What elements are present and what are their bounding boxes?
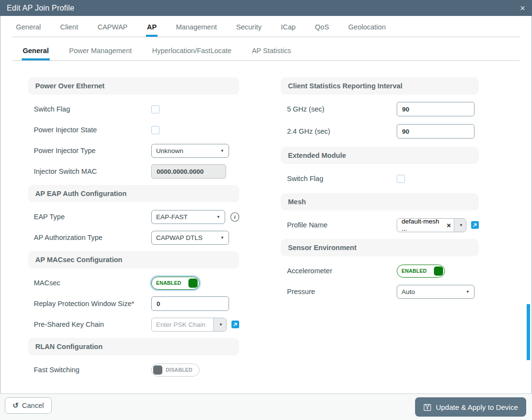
macsec-toggle-state: ENABLED (156, 280, 188, 286)
row-ext-switch-flag: Switch Flag (281, 171, 479, 186)
psk-chain-dropdown-button[interactable]: ▼ (213, 318, 226, 331)
power-injector-type-select[interactable]: Unknown ▼ (151, 144, 229, 158)
save-icon (423, 403, 431, 411)
clear-icon[interactable]: × (446, 219, 454, 232)
5ghz-interval-input[interactable] (397, 102, 474, 116)
psk-chain-placeholder: Enter PSK Chain (152, 318, 213, 331)
replay-protection-input[interactable] (151, 296, 229, 311)
power-injector-state-checkbox[interactable] (151, 126, 159, 134)
update-apply-button-label: Update & Apply to Device (436, 403, 518, 411)
sub-tabs-bar: General Power Management Hyperlocation/F… (13, 37, 519, 61)
section-power-over-ethernet: Power Over Ethernet (28, 77, 239, 95)
psk-chain-combobox[interactable]: Enter PSK Chain ▼ (151, 318, 227, 332)
row-fast-switching: Fast Switching DISABLED (28, 363, 239, 377)
section-mesh: Mesh (281, 193, 479, 210)
replay-protection-label: Replay Protection Window Size* (34, 300, 151, 308)
psk-chain-label: Pre-Shared Key Chain (34, 321, 151, 328)
toggle-knob (434, 266, 443, 276)
toggle-knob (153, 365, 162, 375)
form-content: Power Over Ethernet Switch Flag Power In… (0, 61, 532, 383)
tab-capwap[interactable]: CAPWAP (97, 22, 129, 37)
update-apply-button[interactable]: Update & Apply to Device (415, 397, 526, 417)
psk-external-link-icon[interactable] (231, 321, 239, 328)
row-power-injector-state: Power Injector State (28, 123, 239, 137)
chevron-down-icon: ▼ (216, 215, 220, 219)
row-24ghz-interval: 2.4 GHz (sec) (281, 124, 479, 139)
row-5ghz-interval: 5 GHz (sec) (281, 102, 479, 116)
mesh-profile-value: default-mesh ... (397, 219, 446, 232)
left-column: Power Over Ethernet Switch Flag Power In… (28, 77, 239, 383)
subtab-general[interactable]: General (22, 46, 50, 60)
row-mesh-profile-name: Profile Name default-mesh ... × ▼ (281, 218, 479, 232)
fast-switching-toggle[interactable]: DISABLED (151, 364, 200, 377)
info-icon[interactable]: i (230, 212, 239, 222)
switch-flag-checkbox[interactable] (151, 105, 159, 113)
row-eap-type: EAP Type EAP-FAST ▼ i (28, 210, 239, 224)
tab-icap[interactable]: ICap (280, 22, 297, 37)
edit-ap-join-profile-dialog: Edit AP Join Profile × General Client CA… (0, 0, 532, 420)
tab-ap[interactable]: AP (146, 22, 158, 37)
pressure-select[interactable]: Auto ▼ (397, 285, 474, 299)
row-pre-shared-key-chain: Pre-Shared Key Chain Enter PSK Chain ▼ (28, 317, 239, 332)
chevron-down-icon: ▼ (459, 223, 463, 227)
chevron-down-icon: ▼ (220, 236, 224, 240)
row-switch-flag: Switch Flag (28, 102, 239, 116)
dialog-title: Edit AP Join Profile (7, 4, 520, 13)
tab-security[interactable]: Security (235, 22, 262, 37)
fast-switching-toggle-state: DISABLED (166, 367, 195, 373)
macsec-toggle[interactable]: ENABLED (151, 277, 200, 290)
24ghz-interval-input[interactable] (397, 124, 474, 139)
tab-general[interactable]: General (15, 22, 42, 37)
pressure-label: Pressure (287, 288, 397, 295)
fast-switching-label: Fast Switching (34, 366, 151, 374)
eap-type-select[interactable]: EAP-FAST ▼ (151, 210, 225, 224)
row-power-injector-type: Power Injector Type Unknown ▼ (28, 143, 239, 158)
chevron-down-icon: ▼ (220, 149, 224, 153)
power-injector-type-label: Power Injector Type (34, 147, 151, 154)
section-client-statistics: Client Statistics Reporting Interval (281, 77, 479, 95)
5ghz-label: 5 GHz (sec) (287, 105, 397, 113)
chevron-down-icon: ▼ (219, 322, 223, 327)
row-ap-authorization-type: AP Authorization Type CAPWAP DTLS ▼ (28, 230, 239, 245)
section-sensor-environment: Sensor Environment (281, 239, 479, 256)
cancel-button-label: Cancel (22, 402, 44, 409)
accelerometer-toggle-state: ENABLED (402, 268, 434, 274)
vertical-scrollbar-thumb[interactable] (527, 304, 530, 360)
subtab-ap-statistics[interactable]: AP Statistics (251, 46, 292, 60)
tab-management[interactable]: Management (175, 22, 218, 37)
ext-switch-flag-checkbox[interactable] (397, 175, 405, 183)
ext-switch-flag-label: Switch Flag (287, 175, 397, 182)
mesh-profile-combobox[interactable]: default-mesh ... × ▼ (397, 218, 466, 232)
subtab-power-management[interactable]: Power Management (68, 46, 133, 60)
24ghz-label: 2.4 GHz (sec) (287, 127, 397, 135)
ap-authorization-type-label: AP Authorization Type (34, 234, 151, 241)
undo-icon: ↺ (13, 401, 19, 410)
injector-switch-mac-input[interactable] (151, 164, 226, 179)
mesh-profile-dropdown-button[interactable]: ▼ (454, 219, 466, 232)
row-accelerometer: Accelerometer ENABLED (281, 264, 479, 278)
right-column: Client Statistics Reporting Interval 5 G… (281, 77, 479, 383)
tab-client[interactable]: Client (59, 22, 79, 37)
dialog-footer: ↺ Cancel Update & Apply to Device (0, 393, 532, 420)
row-injector-switch-mac: Injector Switch MAC (28, 164, 239, 179)
power-injector-state-label: Power Injector State (34, 126, 151, 134)
subtab-hyperlocation-fastlocate[interactable]: Hyperlocation/FastLocate (151, 46, 232, 60)
injector-switch-mac-label: Injector Switch MAC (34, 168, 151, 175)
macsec-label: MACsec (34, 279, 151, 287)
mesh-external-link-icon[interactable] (471, 221, 479, 229)
close-icon[interactable]: × (520, 4, 525, 13)
toggle-knob (188, 279, 198, 288)
tab-qos[interactable]: QoS (314, 22, 330, 37)
section-ap-eap-auth: AP EAP Auth Configuration (28, 185, 239, 202)
cancel-button[interactable]: ↺ Cancel (5, 397, 52, 414)
main-tabs-bar: General Client CAPWAP AP Management Secu… (13, 16, 519, 37)
row-pressure: Pressure Auto ▼ (281, 284, 479, 299)
section-ap-macsec: AP MACsec Configuration (28, 251, 239, 268)
mesh-profile-name-label: Profile Name (287, 221, 397, 229)
tab-geolocation[interactable]: Geolocation (347, 22, 387, 37)
chevron-down-icon: ▼ (466, 290, 470, 294)
ap-authorization-type-select[interactable]: CAPWAP DTLS ▼ (151, 231, 229, 245)
row-replay-protection: Replay Protection Window Size* (28, 296, 239, 311)
accelerometer-toggle[interactable]: ENABLED (397, 265, 445, 278)
section-extended-module: Extended Module (281, 147, 479, 164)
